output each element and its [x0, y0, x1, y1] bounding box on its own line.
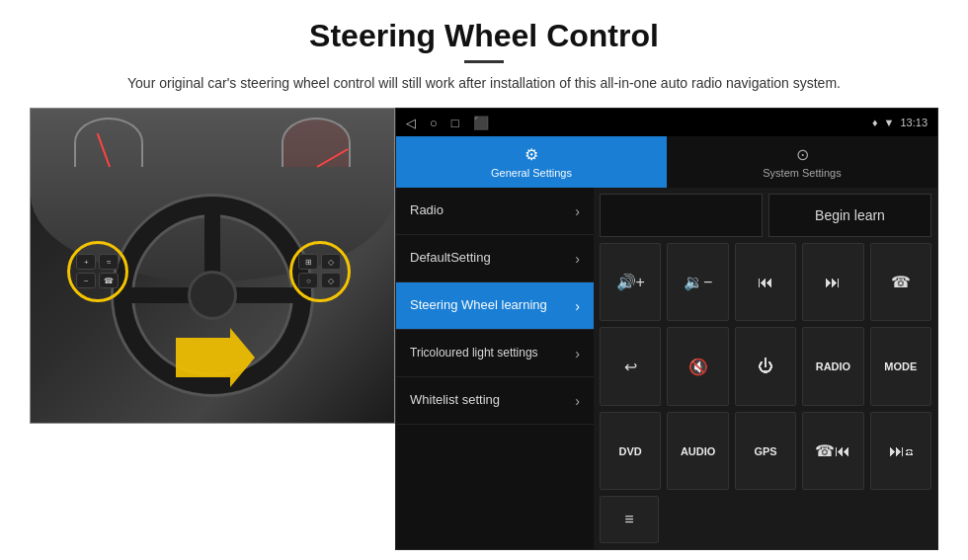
menu-item-tricoloured[interactable]: Tricoloured light settings ›	[396, 330, 594, 377]
prev-button[interactable]: ⏮	[735, 243, 796, 321]
steering-wheel-hub	[188, 271, 237, 320]
btn-mute: ⊞	[298, 254, 318, 270]
empty-input-box	[600, 194, 763, 237]
gauge-needle-right	[316, 148, 348, 168]
btn-mode: ≈	[99, 254, 119, 270]
left-buttons: + ≈ − ☎	[76, 254, 119, 288]
button-row-4: ≡	[600, 496, 931, 543]
status-time: 13:13	[900, 117, 928, 128]
phone-button[interactable]: ☎	[870, 243, 931, 321]
arrow-overlay	[176, 328, 255, 391]
phone-prev-icon: ☎⏮	[815, 441, 850, 460]
chevron-icon: ›	[575, 203, 580, 219]
tab-general-label: General Settings	[491, 167, 572, 179]
menu-item-whitelist[interactable]: Whitelist setting ›	[396, 377, 594, 425]
main-area: Radio › DefaultSetting › Steering Wheel …	[396, 188, 937, 549]
tab-system-settings[interactable]: ⊙ System Settings	[667, 136, 937, 188]
back-call-icon: ↩	[624, 358, 637, 376]
title-divider	[464, 60, 504, 63]
phone-prev-button[interactable]: ☎⏮	[802, 412, 863, 490]
begin-learn-button[interactable]: Begin learn	[768, 194, 931, 237]
tab-general-settings[interactable]: ⚙ General Settings	[396, 136, 667, 188]
control-panel: Begin learn 🔊+ 🔉− ⏮	[594, 188, 937, 549]
power-icon: ⏻	[758, 358, 773, 375]
prev-phone-button[interactable]: ⏭☎	[870, 412, 931, 490]
chevron-icon: ›	[575, 346, 580, 361]
back-call-button[interactable]: ↩	[600, 327, 661, 405]
general-settings-icon: ⚙	[524, 145, 538, 164]
page-title: Steering Wheel Control	[309, 18, 659, 54]
mode-label: MODE	[884, 360, 917, 372]
power-button[interactable]: ⏻	[735, 327, 796, 405]
chevron-icon: ›	[575, 393, 580, 409]
audio-label: AUDIO	[681, 445, 715, 457]
btn-plus: +	[76, 254, 96, 270]
btn-minus: −	[76, 273, 96, 288]
mute-icon: 🔇	[688, 358, 708, 376]
right-button-circle: ⊞ ◇ ○ ◇	[289, 241, 351, 302]
wifi-icon: ▼	[884, 117, 895, 128]
vol-up-icon: 🔊+	[616, 273, 645, 291]
menu-icon[interactable]: ⬛	[473, 116, 489, 130]
vol-down-button[interactable]: 🔉−	[667, 243, 728, 321]
status-right: ♦ ▼ 13:13	[872, 117, 928, 128]
chevron-icon: ›	[575, 251, 580, 267]
prev-phone-icon: ⏭☎	[889, 442, 913, 460]
audio-button[interactable]: AUDIO	[667, 412, 728, 490]
page-container: Steering Wheel Control Your original car…	[0, 0, 968, 560]
phone-icon: ☎	[891, 273, 911, 291]
prev-icon: ⏮	[758, 274, 773, 291]
gps-button[interactable]: GPS	[735, 412, 796, 490]
location-icon: ♦	[872, 117, 878, 128]
button-row-2: ↩ 🔇 ⏻ RADIO MODE	[600, 327, 931, 405]
recents-icon[interactable]: □	[451, 116, 459, 130]
vol-up-button[interactable]: 🔊+	[600, 243, 661, 321]
dvd-label: DVD	[619, 445, 642, 457]
svg-marker-0	[176, 328, 255, 387]
chevron-icon: ›	[575, 298, 580, 314]
tab-system-label: System Settings	[763, 167, 841, 179]
gps-label: GPS	[754, 445, 776, 457]
left-button-circle: + ≈ − ☎	[67, 241, 128, 302]
status-bar: ◁ ○ □ ⬛ ♦ ▼ 13:13	[396, 109, 937, 136]
mute-button[interactable]: 🔇	[667, 327, 728, 405]
next-icon: ⏭	[825, 274, 841, 291]
next-button[interactable]: ⏭	[802, 243, 863, 321]
gauge-left	[74, 118, 143, 167]
btn-phone: ☎	[99, 273, 119, 288]
btn-nav1: ○	[298, 273, 318, 288]
radio-button[interactable]: RADIO	[802, 327, 863, 405]
nav-icons: ◁ ○ □ ⬛	[406, 116, 489, 130]
menu-item-radio[interactable]: Radio ›	[396, 188, 594, 235]
android-screen: ◁ ○ □ ⬛ ♦ ▼ 13:13 ⚙ General Settings	[395, 108, 938, 550]
btn-nav2: ◇	[321, 273, 341, 288]
gauge-right	[282, 118, 351, 167]
button-row-3: DVD AUDIO GPS ☎⏮ ⏭☎	[600, 412, 931, 490]
steering-wheel-image: + ≈ − ☎ ⊞ ◇ ○ ◇	[30, 108, 395, 424]
mode-button[interactable]: MODE	[870, 327, 931, 405]
menu-item-steering-wheel[interactable]: Steering Wheel learning ›	[396, 282, 594, 330]
vol-down-icon: 🔉−	[684, 273, 712, 291]
content-row: + ≈ − ☎ ⊞ ◇ ○ ◇	[30, 108, 938, 550]
system-settings-icon: ⊙	[796, 145, 809, 164]
page-subtitle: Your original car's steering wheel contr…	[127, 73, 841, 94]
arrow-icon	[176, 328, 255, 387]
right-buttons: ⊞ ◇ ○ ◇	[298, 254, 341, 288]
home-icon[interactable]: ○	[430, 116, 438, 130]
menu-grid-button[interactable]: ≡	[600, 496, 659, 543]
button-row-1: 🔊+ 🔉− ⏮ ⏭ ☎	[600, 243, 931, 321]
menu-list: Radio › DefaultSetting › Steering Wheel …	[396, 188, 594, 549]
dvd-button[interactable]: DVD	[600, 412, 661, 490]
top-row: Begin learn	[600, 194, 931, 237]
menu-grid-icon: ≡	[624, 511, 633, 528]
btn-vol: ◇	[321, 254, 341, 270]
back-icon[interactable]: ◁	[406, 116, 416, 130]
gauge-needle-left	[97, 133, 111, 168]
radio-label: RADIO	[816, 360, 850, 372]
tab-bar: ⚙ General Settings ⊙ System Settings	[396, 136, 937, 188]
menu-item-default-setting[interactable]: DefaultSetting ›	[396, 235, 594, 282]
